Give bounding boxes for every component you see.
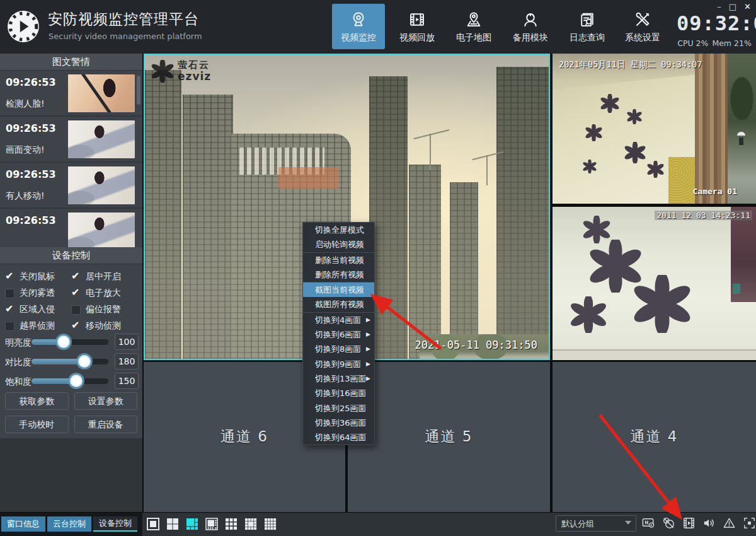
manual-time-sync-button[interactable]: 手动校时 <box>5 416 69 433</box>
menu-item-switch-6[interactable]: 切换到6画面▶ <box>303 327 374 342</box>
menu-item-start-polling[interactable]: 启动轮询视频 <box>303 237 374 252</box>
alarm-list: 09:26:53 检测人脸! 09:26:53 画面变动! 09:26:53 有… <box>0 71 142 247</box>
menu-item-switch-9[interactable]: 切换到9画面▶ <box>303 357 374 371</box>
alarm-thumbnail <box>68 166 135 204</box>
checkbox-line-cross[interactable]: 越界侦测 <box>5 318 71 334</box>
menu-item-switch-4[interactable]: 切换到4画面▶ <box>303 313 374 327</box>
alarm-list-scrollbar[interactable] <box>137 76 140 105</box>
tab-device-control[interactable]: 设备控制 <box>93 516 137 532</box>
video-grid: 萤石云 ezviz 2021-05-11 09:31:50 2021年05月11… <box>142 54 756 512</box>
menu-item-switch-36[interactable]: 切换到36画面 <box>303 416 374 430</box>
slider-handle[interactable] <box>78 355 91 368</box>
map-pin-icon <box>464 8 483 32</box>
sidebar-empty-area <box>0 438 142 512</box>
alarm-label: 有人移动! <box>6 190 45 202</box>
submenu-arrow-icon: ▶ <box>366 357 370 371</box>
contrast-slider[interactable] <box>32 359 108 364</box>
nav-label: 系统设置 <box>625 32 660 44</box>
checkbox-icon <box>71 305 81 315</box>
get-params-button[interactable]: 获取参数 <box>5 392 69 410</box>
nav-backup-module[interactable]: 备用模块 <box>504 4 557 49</box>
app-logo-icon <box>7 10 40 43</box>
checkbox-close-mouse[interactable]: 关闭鼠标 <box>5 269 71 285</box>
menu-item-switch-25[interactable]: 切换到25画面 <box>303 401 374 416</box>
layout-16-view-icon[interactable] <box>263 517 277 531</box>
group-select-dropdown[interactable]: 默认分组 <box>556 515 636 532</box>
minimize-button[interactable]: – <box>717 2 721 12</box>
checkbox-offset-alarm[interactable]: 偏位报警 <box>71 301 137 318</box>
checkbox-icon <box>71 289 81 298</box>
alarm-item[interactable]: 09:26:53 <box>0 209 142 247</box>
alarm-item[interactable]: 09:26:53 检测人脸! <box>0 71 142 117</box>
layout-1-view-icon[interactable] <box>146 517 160 531</box>
slider-label: 对比度 <box>5 357 32 368</box>
nav-video-playback[interactable]: 视频回放 <box>391 4 444 49</box>
tab-window-info[interactable]: 窗口信息 <box>1 516 45 532</box>
layout-6-view-icon-active[interactable] <box>185 517 199 531</box>
video-channel-4[interactable]: 通道 4 <box>553 362 756 512</box>
checkbox-region-intrusion[interactable]: 区域入侵 <box>5 301 71 318</box>
alarm-time: 09:26:53 <box>6 168 56 180</box>
nav-label: 视频回放 <box>399 32 435 44</box>
menu-item-switch-64[interactable]: 切换到64画面 <box>303 430 374 445</box>
layout-8-view-icon[interactable] <box>205 517 219 531</box>
reboot-device-button[interactable]: 重启设备 <box>74 416 138 433</box>
brightness-slider[interactable] <box>32 339 108 345</box>
left-sidebar: 图文警情 09:26:53 检测人脸! 09:26:53 画面变动! 09:26… <box>0 54 142 536</box>
osd-camera-label: Camera 01 <box>693 187 737 196</box>
video-channel-cam2[interactable]: 2011 12 03 14:23:11 <box>553 207 756 360</box>
stop-polling-icon[interactable] <box>662 516 676 530</box>
menu-item-delete-current[interactable]: 删除当前视频 <box>303 253 374 267</box>
slider-handle[interactable] <box>57 335 70 348</box>
menu-item-snapshot-all[interactable]: 截图所有视频 <box>303 297 374 312</box>
menu-item-switch-13[interactable]: 切换到13画面▶ <box>303 371 374 386</box>
layout-4-view-icon[interactable] <box>166 517 180 531</box>
slider-handle[interactable] <box>70 375 83 387</box>
saturation-slider[interactable] <box>32 378 108 384</box>
menu-item-switch-16[interactable]: 切换到16画面 <box>303 386 374 400</box>
submenu-arrow-icon: ▶ <box>366 327 370 342</box>
video-channel-5[interactable]: 通道 5 <box>348 362 550 512</box>
checkbox-icon <box>5 305 14 315</box>
digital-clock: 09:32:06 <box>677 12 753 35</box>
nav-label: 视频监控 <box>341 32 376 44</box>
fullscreen-icon[interactable] <box>742 516 756 530</box>
alarm-item[interactable]: 09:26:53 画面变动! <box>0 117 142 163</box>
volume-icon[interactable] <box>702 516 716 530</box>
menu-item-switch-8[interactable]: 切换到8画面▶ <box>303 342 374 356</box>
title-bar: 安防视频监控管理平台 Security video management pla… <box>0 0 756 54</box>
menu-item-snapshot-current[interactable]: 截图当前视频 <box>303 283 374 297</box>
close-button[interactable]: ✕ <box>744 2 751 12</box>
tab-ptz-control[interactable]: 云台控制 <box>47 516 91 532</box>
video-channel-cam1[interactable]: 2021年05月11日 星期二 09:34:07 Camera 01 <box>553 54 756 204</box>
alarm-warning-icon[interactable] <box>722 516 736 530</box>
hd-decode-icon[interactable] <box>641 516 656 530</box>
maximize-button[interactable]: □ <box>729 2 736 12</box>
layout-9-view-icon[interactable] <box>224 517 238 531</box>
alarm-item[interactable]: 09:26:53 有人移动! <box>0 163 142 209</box>
checkbox-icon <box>71 322 81 331</box>
log-search-icon <box>578 8 597 32</box>
checkbox-defog-off[interactable]: 关闭雾透 <box>5 285 71 301</box>
group-select-value: 默认分组 <box>561 518 594 530</box>
ezviz-watermark: 萤石云 ezviz <box>151 60 211 83</box>
checkbox-digital-zoom[interactable]: 电子放大 <box>71 285 137 301</box>
checkbox-center-on[interactable]: 居中开启 <box>71 269 137 285</box>
osd-timestamp: 2021年05月11日 星期二 09:34:07 <box>559 59 702 71</box>
set-params-button[interactable]: 设置参数 <box>74 392 138 410</box>
channel-label: 通道 5 <box>348 427 550 446</box>
slider-value: 180 <box>115 353 139 370</box>
bottom-right-tools <box>641 516 756 530</box>
nav-system-settings[interactable]: 系统设置 <box>616 4 669 49</box>
nav-log-query[interactable]: 日志查询 <box>561 4 614 49</box>
nav-e-map[interactable]: 电子地图 <box>447 4 500 49</box>
submenu-arrow-icon: ▶ <box>366 313 370 327</box>
osd-timestamp: 2011 12 03 14:23:11 <box>655 211 752 220</box>
record-video-icon[interactable] <box>682 516 696 530</box>
menu-item-delete-all[interactable]: 删除所有视频 <box>303 267 374 282</box>
alarm-thumbnail <box>68 74 135 112</box>
menu-item-fullscreen[interactable]: 切换全屏模式 <box>303 223 374 237</box>
layout-13-view-icon[interactable] <box>244 517 258 531</box>
nav-video-monitor[interactable]: 视频监控 <box>332 4 385 49</box>
checkbox-motion-detect[interactable]: 移动侦测 <box>71 318 137 334</box>
